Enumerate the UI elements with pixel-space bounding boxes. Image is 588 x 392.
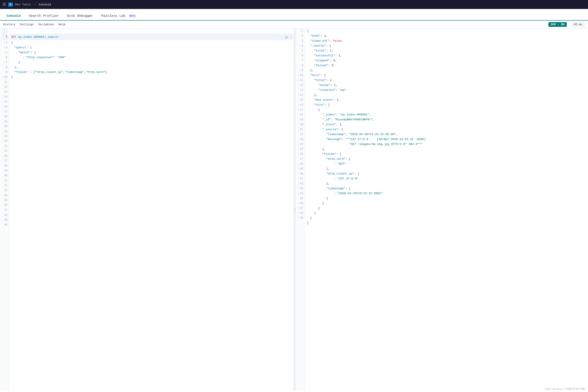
code-line-22 <box>10 134 293 139</box>
r-line-29: "http.client_ip": [ <box>306 172 587 176</box>
toolbar-history[interactable]: History <box>3 23 15 26</box>
top-bar: ☰ D Dev Tools > Console <box>0 0 588 9</box>
r-line-8: "failed": 0 <box>306 63 587 68</box>
rfold-1[interactable]: ▾ <box>299 29 301 34</box>
code-line-4: "query": { <box>10 45 293 50</box>
rfold-21[interactable]: ▾ <box>298 127 299 132</box>
code-line-16 <box>10 104 293 109</box>
r-line-32: "timestamp": [ <box>306 186 587 191</box>
r-line-10: "hits": { <box>306 73 587 78</box>
r-line-11: "total": { <box>306 78 587 83</box>
rfold-16[interactable]: ▾ <box>298 102 299 108</box>
rfold-14[interactable]: ▾ <box>298 93 299 98</box>
rfold-11[interactable]: ▾ <box>298 78 299 83</box>
tab-console[interactable]: Console <box>3 12 25 20</box>
code-line-1 <box>10 29 293 34</box>
code-line-20 <box>10 124 293 129</box>
breadcrumb-sep: > <box>34 3 36 6</box>
fold-3[interactable]: ▾ <box>4 40 5 45</box>
left-code-area[interactable]: 2 ▾3 ▾4 ▾5 6 ▾7 8 9 ▾10 1112 1314 1516 1… <box>0 29 294 391</box>
breadcrumb-console: Console <box>39 3 51 6</box>
code-line-21 <box>10 129 293 134</box>
rfold-4[interactable]: ▾ <box>299 44 301 48</box>
r-line-5: "total": 1, <box>306 48 587 53</box>
code-line-25 <box>10 148 293 154</box>
rfold-36[interactable]: ▾ <box>298 201 299 206</box>
fold-4[interactable]: ▾ <box>4 45 5 50</box>
rfold-29[interactable]: ▾ <box>298 166 299 172</box>
code-line-30 <box>10 173 293 178</box>
rfold-37[interactable]: ▾ <box>298 206 299 211</box>
code-line-31 <box>10 178 293 183</box>
code-line-6: │ "http.responses": "304" <box>10 55 293 60</box>
toolbar-help[interactable]: Help <box>58 23 65 26</box>
panel-divider[interactable]: ⋮ <box>294 29 296 391</box>
r-line-24: }, <box>306 147 587 152</box>
rfold-17[interactable]: ▾ <box>298 108 299 112</box>
rfold-34[interactable]: ▾ <box>298 191 299 196</box>
r-line-3: "timed_out": false, <box>306 38 587 44</box>
code-line-9: "fields" : ["http.client_ip","timestamp"… <box>10 70 293 75</box>
rfold-32[interactable]: ▾ <box>298 181 299 186</box>
beta-badge: BETA <box>129 14 136 18</box>
tab-search-profiler[interactable]: Search Profiler <box>25 12 63 20</box>
code-line-8: }, <box>10 65 293 70</box>
rfold-31[interactable]: ▾ <box>298 176 299 181</box>
rfold-10[interactable]: ▾ <box>298 73 299 78</box>
r-line-37: ] <box>306 211 587 216</box>
r-line-39: } <box>306 220 587 226</box>
code-line-29 <box>10 168 293 173</box>
toolbar-settings[interactable]: Settings <box>20 23 34 26</box>
more-button[interactable]: ⋮ <box>289 35 293 39</box>
code-line-7: } <box>10 60 293 65</box>
r-line-33: │ "2020-04-30T19:31:22.000Z" <box>306 191 587 196</box>
code-line-40 <box>10 222 293 227</box>
r-line-1: { <box>306 29 587 34</box>
code-line-36 <box>10 203 293 208</box>
dev-badge: D <box>8 2 13 7</box>
toolbar: History Settings Variables Help 200 - OK… <box>0 20 588 29</box>
rfold-38[interactable]: ▾ <box>298 211 299 216</box>
r-line-19: "_id": "NjuadpABdr8VH6CARP9r", <box>306 117 587 122</box>
code-line-10: } <box>10 75 293 80</box>
left-line-numbers: 2 ▾3 ▾4 ▾5 6 ▾7 8 9 ▾10 1112 1314 1516 1… <box>0 29 9 391</box>
fold-7[interactable]: ▾ <box>4 60 5 65</box>
fold-10[interactable]: ▾ <box>2 75 3 80</box>
r-line-20: "_score": 1, <box>306 122 587 127</box>
r-line-14: }, <box>306 93 587 98</box>
r-line-36: } <box>306 206 587 211</box>
r-line-27: │ "GET" <box>306 162 587 166</box>
request-line: GET my-index-000001/_search ▷ ⋮ <box>10 34 293 40</box>
r-line-13: "relation": "eq" <box>306 88 587 93</box>
code-line-24 <box>10 144 293 148</box>
r-line-30: │ "247.37.0.0" <box>306 176 587 181</box>
right-panel[interactable]: ▾1 2 3 ▾4 5 6 7 8 ▾9 ▾10 ▾11 12 13 ▾14 1… <box>296 29 588 391</box>
rfold-9[interactable]: ▾ <box>299 68 301 73</box>
hamburger-icon[interactable]: ☰ <box>3 2 6 7</box>
r-line-17: { <box>306 108 587 112</box>
code-line-33 <box>10 188 293 193</box>
tab-grok-debugger[interactable]: Grok Debugger <box>63 12 97 20</box>
r-line-25: "fields": { <box>306 152 587 156</box>
tab-bar: Console Search Profiler Grok Debugger Pa… <box>0 9 588 20</box>
r-line-23b: "GET /images/hm_nbg.jpg HTTP/1.0" 304 0"… <box>306 142 587 147</box>
rfold-39[interactable]: ▾ <box>298 216 299 220</box>
breadcrumb-devtools[interactable]: Dev Tools <box>15 3 31 6</box>
left-panel: 2 ▾3 ▾4 ▾5 6 ▾7 8 9 ▾10 1112 1314 1516 1… <box>0 29 294 391</box>
fold-5[interactable]: ▾ <box>4 50 5 55</box>
tab-painless-lab[interactable]: Painless Lab BETA <box>97 12 140 20</box>
rfold-24[interactable]: ▾ <box>298 142 299 147</box>
r-line-12: "value": 1, <box>306 83 587 88</box>
r-line-16: "hits": [ <box>306 102 587 108</box>
r-line-9: }, <box>306 68 587 73</box>
r-line-18: "_index": "my-index-000001", <box>306 112 587 117</box>
left-code-lines[interactable]: GET my-index-000001/_search ▷ ⋮ { "query… <box>9 29 294 391</box>
run-button[interactable]: ▷ <box>286 35 289 39</box>
rfold-25[interactable]: ▾ <box>298 147 299 152</box>
toolbar-variables[interactable]: Variables <box>38 23 54 26</box>
code-line-15 <box>10 99 293 104</box>
right-code-lines: { "took": 1, "timed_out": false, "_shard… <box>305 29 588 391</box>
rfold-26[interactable]: ▾ <box>298 152 299 156</box>
code-line-13 <box>10 90 293 94</box>
rfold-28[interactable]: ▾ <box>298 162 299 166</box>
